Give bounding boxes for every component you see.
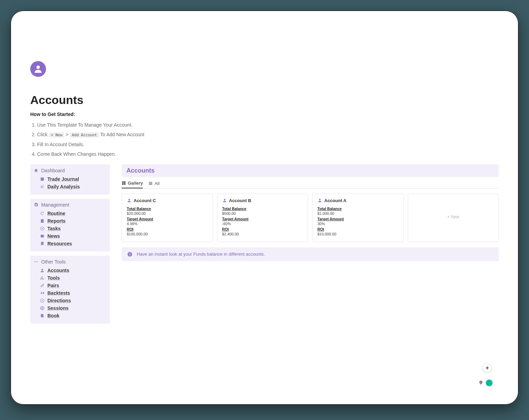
svg-rect-15 (149, 182, 153, 183)
roi-value: $100,000.00 (127, 232, 208, 236)
sidebar-item-tools[interactable]: Tools (34, 274, 106, 282)
person-icon (127, 198, 132, 203)
news-icon (40, 234, 45, 238)
add-account-pill: Add Account (70, 132, 99, 138)
sidebar-item-label: News (47, 233, 60, 239)
sidebar-item-daily-analysis[interactable]: Daily Analysis (34, 183, 106, 190)
tab-gallery-label: Gallery (128, 180, 143, 186)
sidebar-item-label: Accounts (47, 268, 69, 273)
svg-rect-17 (149, 184, 153, 185)
new-account-card[interactable]: + New (408, 194, 499, 242)
svg-point-23 (130, 253, 130, 253)
step-1: Use This Template To Manage Your Account… (37, 121, 499, 129)
account-name: Account B (229, 198, 251, 203)
help-widgets (478, 380, 493, 386)
sidebar-item-directions[interactable]: Directions (34, 297, 106, 304)
sidebar-item-label: Reports (47, 218, 66, 224)
home-icon (34, 168, 38, 173)
svg-rect-1 (41, 177, 44, 180)
content-row: Dashboard Trade Journal Daily Analysis (30, 164, 499, 324)
sidebar-group-title: Management (41, 202, 69, 208)
bookmark-icon (40, 241, 45, 246)
card-header: Account C (127, 198, 208, 203)
sidebar-group-header-other: Other Tools (34, 259, 106, 265)
sidebar-item-resources[interactable]: Resources (34, 240, 106, 247)
svg-point-18 (128, 199, 130, 200)
sidebar-item-label: Tools (47, 275, 60, 281)
target-value: 4.98% (127, 222, 208, 226)
account-card[interactable]: Account B Total Balance $500.00 Target A… (217, 194, 308, 242)
card-header: Account A (317, 198, 398, 203)
tab-all[interactable]: All (148, 180, 159, 188)
sidebar-item-reports[interactable]: Reports (34, 217, 106, 225)
svg-rect-13 (122, 183, 124, 185)
journal-icon (40, 177, 45, 182)
how-to-heading: How to Get Started: (30, 112, 499, 117)
book-icon (40, 313, 45, 318)
sidebar-item-tasks[interactable]: Tasks (34, 225, 106, 232)
info-text: Have an instant look at your Funds balan… (137, 252, 265, 257)
sidebar-item-backtests[interactable]: Backtests (34, 289, 106, 297)
panel-title: Accounts (122, 164, 499, 177)
bar-chart-icon (40, 276, 45, 280)
sidebar-item-routine[interactable]: Routine (34, 210, 106, 217)
tab-gallery[interactable]: Gallery (122, 180, 143, 188)
floating-add-button[interactable]: ✦ (482, 363, 492, 373)
target-value: 30% (317, 222, 398, 226)
svg-point-19 (224, 199, 225, 200)
svg-rect-11 (122, 181, 124, 183)
page-content: Accounts How to Get Started: Use This Te… (30, 23, 499, 324)
svg-rect-2 (41, 219, 44, 223)
sidebar-item-label: Pairs (47, 283, 59, 288)
step-2: Click + New > Add Account To Add New Acc… (37, 131, 499, 138)
sidebar-item-label: Backtests (47, 290, 70, 296)
target-label: Target Amount (222, 217, 303, 221)
sidebar-item-news[interactable]: News (34, 232, 106, 240)
sidebar-group-management: Management Routine Reports Tasks (30, 199, 110, 252)
balance-value: $20,000.00 (127, 211, 208, 215)
sidebar-item-book[interactable]: Book (34, 312, 106, 319)
svg-point-6 (36, 261, 36, 262)
new-card-label: + New (447, 214, 459, 219)
svg-rect-4 (41, 234, 44, 237)
step-2-gt: > (66, 132, 68, 137)
sidebar-group-title: Other Tools (41, 259, 66, 265)
chat-bubble-icon[interactable] (486, 380, 493, 386)
balance-label: Total Balance (317, 207, 398, 211)
sidebar-item-label: Resources (47, 241, 72, 246)
account-card[interactable]: Account C Total Balance $20,000.00 Targe… (122, 194, 213, 242)
balance-label: Total Balance (127, 207, 208, 211)
view-tabs: Gallery All (122, 180, 499, 189)
sidebar-group-other-tools: Other Tools Accounts Tools Pairs (30, 256, 110, 324)
roi-label: ROI (127, 227, 208, 231)
info-banner: Have an instant look at your Funds balan… (122, 247, 499, 261)
globe-icon (40, 306, 45, 311)
sidebar-item-label: Daily Analysis (47, 184, 80, 189)
person-icon (317, 198, 322, 203)
sidebar-item-sessions[interactable]: Sessions (34, 304, 106, 312)
sidebar-item-pairs[interactable]: Pairs (34, 282, 106, 289)
sidebar-item-label: Sessions (47, 305, 68, 311)
info-icon (127, 252, 133, 257)
sidebar-group-title: Dashboard (41, 168, 65, 173)
svg-rect-12 (124, 181, 125, 183)
sidebar-group-header-dashboard: Dashboard (34, 168, 106, 173)
gear-icon (34, 202, 38, 207)
sidebar-item-accounts[interactable]: Accounts (34, 267, 106, 274)
step-3: Fill In Account Details. (37, 141, 499, 148)
svg-point-8 (42, 269, 43, 270)
sidebar-item-label: Routine (47, 211, 65, 216)
rewind-icon (40, 291, 45, 295)
target-value: -60% (222, 222, 303, 226)
svg-point-7 (37, 261, 38, 262)
dots-icon (34, 259, 38, 264)
account-card[interactable]: Account A Total Balance $1,000.00 Target… (312, 194, 404, 242)
balance-label: Total Balance (222, 207, 303, 211)
sidebar-item-label: Trade Journal (47, 176, 79, 182)
step-2-prefix: Click (37, 132, 47, 137)
refresh-icon (40, 211, 45, 216)
onboarding-steps: Use This Template To Manage Your Account… (30, 121, 499, 158)
lightbulb-icon[interactable] (478, 380, 484, 386)
sidebar-item-trade-journal[interactable]: Trade Journal (34, 175, 106, 183)
account-name: Account A (324, 198, 347, 203)
